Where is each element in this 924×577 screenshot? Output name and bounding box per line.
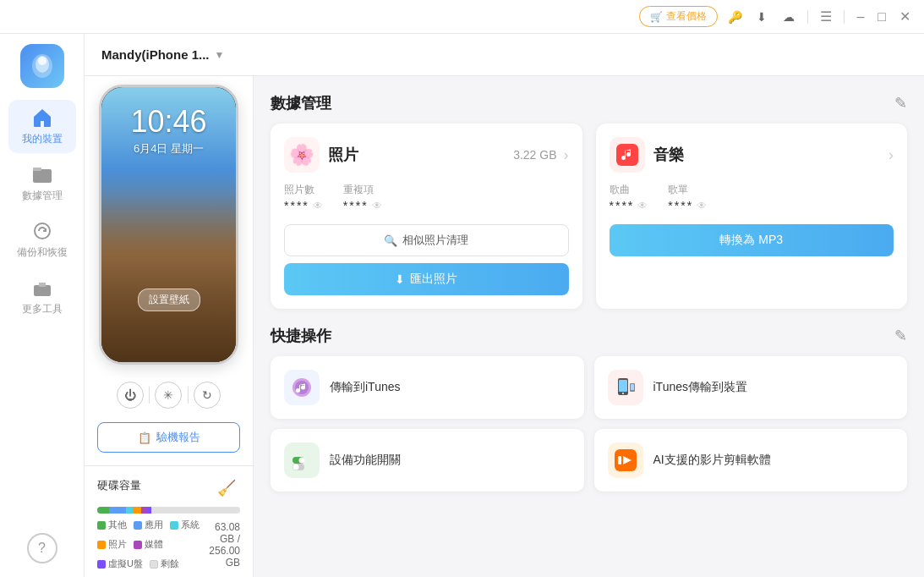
refresh-button[interactable]: ↻ <box>194 382 221 409</box>
svg-rect-12 <box>619 380 627 392</box>
data-section-title: 數據管理 <box>271 93 331 113</box>
seg-media <box>141 507 147 514</box>
data-section-header: 數據管理 ✎ <box>271 93 907 113</box>
itunes-to-device-icon <box>608 370 643 405</box>
quick-section-edit-icon[interactable]: ✎ <box>894 327 907 345</box>
menu-icon[interactable]: ☰ <box>817 8 835 25</box>
legend-apps: 應用 <box>134 519 163 531</box>
maximize-button[interactable]: □ <box>874 9 889 25</box>
export-icon: ⬇ <box>395 272 405 286</box>
svg-rect-4 <box>33 168 41 171</box>
key-icon[interactable]: 🔑 <box>724 7 745 27</box>
photos-size: 3.22 GB <box>513 148 556 162</box>
music-btn-row: 轉換為 MP3 <box>610 224 894 256</box>
storage-clean-button[interactable]: 🧹 <box>213 475 240 502</box>
home-icon <box>31 107 53 129</box>
stat-songs: 歌曲 **** 👁 <box>610 183 648 212</box>
close-button[interactable]: ✕ <box>896 8 914 25</box>
legend-other: 其他 <box>97 519 127 531</box>
device-header: Mandy(iPhone 1... ▼ <box>85 34 924 76</box>
phone-controls: ⏻ ✳ ↻ <box>97 371 240 419</box>
minimize-button[interactable]: – <box>853 9 867 25</box>
svg-point-5 <box>35 223 50 239</box>
storage-bar <box>97 507 240 514</box>
music-icon <box>610 137 645 173</box>
folder-icon <box>31 163 53 185</box>
storage-legend: 其他 應用 系統 照片 <box>97 519 201 570</box>
sidebar-item-more-tools[interactable]: 更多工具 <box>8 270 76 323</box>
svg-point-19 <box>293 464 299 470</box>
seg-other <box>97 507 109 514</box>
scan-icon: 🔍 <box>384 234 397 247</box>
diagnose-button[interactable]: 📋 驗機報告 <box>97 422 240 453</box>
svg-rect-3 <box>33 169 52 183</box>
help-button[interactable]: ? <box>27 533 57 563</box>
cart-icon: 🛒 <box>650 11 663 23</box>
eye-icon-songs[interactable]: 👁 <box>637 200 648 212</box>
svg-point-2 <box>38 57 46 65</box>
download-icon[interactable]: ⬇ <box>752 7 772 27</box>
quick-actions-section: 快捷操作 ✎ 傳輸到iTunes <box>271 326 907 492</box>
sidebar-item-backup[interactable]: 備份和恢復 <box>8 213 76 267</box>
itunes-transfer-label: 傳輸到iTunes <box>330 380 401 395</box>
device-selector[interactable]: Mandy(iPhone 1... ▼ <box>101 47 224 62</box>
cloud-icon[interactable]: ☁ <box>779 7 799 27</box>
device-name: Mandy(iPhone 1... <box>101 47 210 62</box>
photos-arrow-icon[interactable]: › <box>564 146 569 164</box>
music-arrow-icon[interactable]: › <box>888 146 894 164</box>
left-panel: 10:46 6月4日 星期一 設置壁紙 ⏻ ✳ ↻ <box>85 76 254 577</box>
photos-btn-row: 🔍 相似照片清理 ⬇ 匯出照片 <box>284 224 569 295</box>
ai-video-icon <box>608 442 643 478</box>
music-title: 音樂 <box>653 145 684 165</box>
legend-free: 剩餘 <box>150 558 179 570</box>
legend-media: 媒體 <box>134 538 163 551</box>
legend-system: 系統 <box>170 519 200 531</box>
svg-rect-15 <box>631 384 634 390</box>
sidebar-item-my-device[interactable]: 我的裝置 <box>8 100 76 153</box>
quick-grid: 傳輸到iTunes <box>271 356 907 492</box>
data-section-edit-icon[interactable]: ✎ <box>894 94 907 113</box>
ctrl-sep1 <box>149 387 150 404</box>
price-button[interactable]: 🛒 查看價格 <box>639 6 718 27</box>
ai-video-label: AI支援的影片剪輯軟體 <box>653 453 771 468</box>
power-button[interactable]: ⏻ <box>117 382 144 409</box>
device-toggle-label: 設備功能開關 <box>330 453 401 468</box>
stat-photo-count: 照片數 **** 👁 <box>284 183 323 212</box>
similar-photos-clean-button[interactable]: 🔍 相似照片清理 <box>284 224 569 256</box>
svg-rect-22 <box>618 456 621 464</box>
convert-mp3-button[interactable]: 轉換為 MP3 <box>610 224 894 256</box>
data-management-section: 數據管理 ✎ 🌸 照片 3.22 G <box>271 93 907 309</box>
settings-button[interactable]: ✳ <box>155 382 182 409</box>
quick-item-itunes-to-device[interactable]: iTunes傳輸到裝置 <box>594 356 908 419</box>
phone-date: 6月4日 星期一 <box>134 141 204 157</box>
right-content: 數據管理 ✎ 🌸 照片 3.22 G <box>254 76 924 577</box>
eye-icon-photos-count[interactable]: 👁 <box>313 200 323 212</box>
wallpaper-label: 設置壁紙 <box>138 288 200 311</box>
storage-title: 硬碟容量 <box>97 478 141 493</box>
legend-virtual: 虛擬U盤 <box>97 558 143 570</box>
content-body: 10:46 6月4日 星期一 設置壁紙 ⏻ ✳ ↻ <box>85 76 924 577</box>
device-toggle-icon <box>284 442 320 478</box>
quick-section-title: 快捷操作 <box>271 326 331 346</box>
sidebar-item-label: 我的裝置 <box>22 132 63 146</box>
quick-item-device-toggle[interactable]: 設備功能開關 <box>271 429 584 492</box>
seg-free <box>151 507 240 514</box>
phone-screen: 10:46 6月4日 星期一 設置壁紙 <box>101 87 236 362</box>
export-photos-button[interactable]: ⬇ 匯出照片 <box>284 263 569 295</box>
itunes-transfer-icon <box>284 370 320 405</box>
seg-apps <box>109 507 126 514</box>
storage-info: 63.08 GB / 256.00 GB <box>201 521 240 569</box>
eye-icon-playlists[interactable]: 👁 <box>697 200 707 212</box>
phone-scene-bg <box>101 193 236 362</box>
sidebar-item-data-mgmt[interactable]: 數據管理 <box>8 157 76 210</box>
photos-icon: 🌸 <box>284 137 320 173</box>
titlebar: 🛒 查看價格 🔑 ⬇ ☁ ☰ – □ ✕ <box>0 0 924 34</box>
eye-icon-photos-dupes[interactable]: 👁 <box>372 200 382 212</box>
quick-item-itunes-transfer[interactable]: 傳輸到iTunes <box>271 356 584 419</box>
seg-system <box>126 507 133 514</box>
sep2 <box>844 10 845 24</box>
music-card-top: 音樂 › <box>610 137 894 173</box>
quick-item-ai-video[interactable]: AI支援的影片剪輯軟體 <box>594 429 908 492</box>
itunes-to-device-label: iTunes傳輸到裝置 <box>653 380 748 395</box>
seg-photos <box>133 507 141 514</box>
